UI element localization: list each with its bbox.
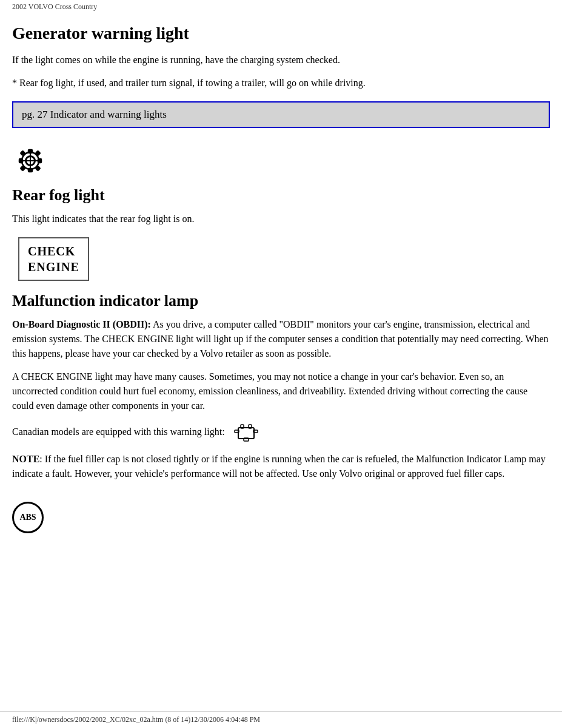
section2-para1: This light indicates that the rear fog l… — [12, 212, 550, 226]
svg-rect-2 — [28, 150, 32, 153]
section3-para1-bold: On-Board Diagnostic II (OBDII): — [12, 319, 151, 329]
check-engine-line1: CHECK — [28, 243, 79, 259]
section3-para4-rest: : If the fuel filler cap is not closed t… — [12, 454, 546, 479]
svg-rect-8 — [21, 166, 25, 170]
section3-para4-bold: NOTE — [12, 454, 39, 464]
fog-light-icon — [12, 143, 49, 179]
footer-text: file:///K|/ownersdocs/2002/2002_XC/02xc_… — [12, 715, 260, 724]
section3-para3: Canadian models are equipped with this w… — [12, 422, 550, 443]
fog-light-icon-section — [12, 143, 550, 181]
nav-box[interactable]: pg. 27 Indicator and warning lights — [12, 101, 550, 128]
document-title: 2002 VOLVO Cross Country — [12, 2, 97, 11]
abs-icon: ABS — [12, 502, 44, 533]
section1-para2: * Rear fog light, if used, and trailer t… — [12, 76, 550, 90]
section3-para4: NOTE: If the fuel filler cap is not clos… — [12, 452, 550, 481]
check-engine-badge: CHECK ENGINE — [18, 237, 550, 281]
engine-icon — [232, 422, 260, 443]
section2-heading: Rear fog light — [12, 186, 550, 204]
section3-para2: A CHECK ENGINE light may have many cause… — [12, 369, 550, 413]
section1-heading: Generator warning light — [12, 24, 550, 43]
nav-link-text: pg. 27 Indicator and warning lights — [22, 109, 167, 120]
svg-rect-18 — [244, 438, 249, 441]
svg-rect-9 — [36, 166, 40, 170]
svg-rect-7 — [36, 151, 40, 155]
svg-rect-5 — [38, 159, 41, 163]
section3-para3-prefix: Canadian models are equipped with this w… — [12, 426, 225, 437]
section3-heading: Malfunction indicator lamp — [12, 292, 550, 310]
footer: file:///K|/ownersdocs/2002/2002_XC/02xc_… — [0, 711, 562, 728]
check-engine-line2: ENGINE — [28, 259, 79, 275]
svg-rect-4 — [19, 159, 22, 163]
abs-icon-section: ABS — [12, 492, 550, 533]
svg-rect-3 — [28, 169, 32, 172]
svg-rect-13 — [238, 428, 254, 439]
section3-para1: On-Board Diagnostic II (OBDII): As you d… — [12, 317, 550, 361]
svg-rect-6 — [21, 151, 25, 155]
main-content: Generator warning light If the light com… — [0, 14, 562, 558]
top-bar: 2002 VOLVO Cross Country — [0, 0, 562, 14]
section1-para1: If the light comes on while the engine i… — [12, 53, 550, 67]
